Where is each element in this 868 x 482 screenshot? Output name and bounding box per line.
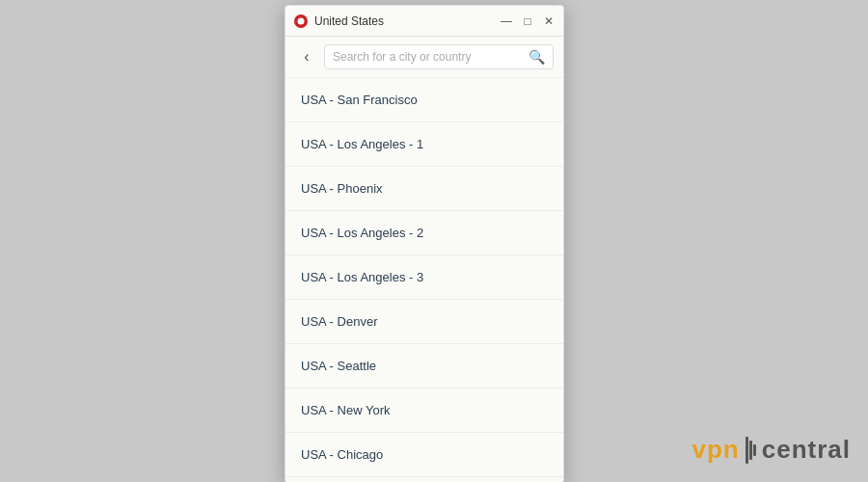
list-item[interactable]: USA - Seattle: [285, 344, 563, 388]
vpn-label: vpn: [692, 435, 740, 465]
list-item-label: USA - Los Angeles - 3: [301, 270, 423, 284]
branding: vpn central: [692, 435, 852, 465]
list-item-label: USA - New York: [301, 403, 391, 417]
minimize-button[interactable]: —: [500, 14, 513, 28]
list-item[interactable]: USA - New York: [285, 388, 563, 433]
list-item-label: USA - Phoenix: [301, 181, 383, 196]
back-button[interactable]: ‹: [295, 45, 318, 68]
list-item[interactable]: USA - Los Angeles - 3: [285, 255, 563, 300]
search-input[interactable]: [333, 50, 529, 64]
search-bar: ‹ 🔍: [285, 37, 563, 78]
svg-point-1: [298, 17, 305, 24]
list-item[interactable]: USA - Chicago: [285, 433, 563, 477]
vpn-icon: [746, 437, 756, 464]
central-label: central: [762, 435, 851, 465]
server-list[interactable]: USA - San FranciscoUSA - Los Angeles - 1…: [285, 78, 563, 482]
close-button[interactable]: ✕: [542, 14, 556, 28]
list-item[interactable]: USA - Denver: [285, 300, 563, 344]
search-icon[interactable]: 🔍: [529, 49, 545, 65]
list-item[interactable]: USA - Phoenix: [285, 167, 563, 211]
list-item-label: USA - Seattle: [301, 359, 376, 373]
list-item[interactable]: USA - San Francisco: [285, 78, 563, 122]
title-bar: United States — □ ✕: [285, 6, 563, 37]
app-window: United States — □ ✕ ‹ 🔍 USA - San Franci…: [285, 5, 564, 482]
list-item-label: USA - Denver: [301, 314, 377, 329]
window-controls: — □ ✕: [500, 14, 556, 28]
list-item[interactable]: USA - Washington DC: [285, 477, 563, 482]
window-title: United States: [314, 14, 500, 28]
maximize-button[interactable]: □: [521, 14, 534, 28]
list-item-label: USA - Los Angeles - 1: [301, 137, 423, 151]
list-item-label: USA - San Francisco: [301, 93, 418, 107]
app-icon: [293, 13, 309, 29]
list-item-label: USA - Los Angeles - 2: [301, 226, 423, 240]
list-item[interactable]: USA - Los Angeles - 1: [285, 122, 563, 167]
list-item-label: USA - Chicago: [301, 447, 383, 462]
list-item[interactable]: USA - Los Angeles - 2: [285, 211, 563, 255]
search-wrapper: 🔍: [324, 44, 554, 69]
